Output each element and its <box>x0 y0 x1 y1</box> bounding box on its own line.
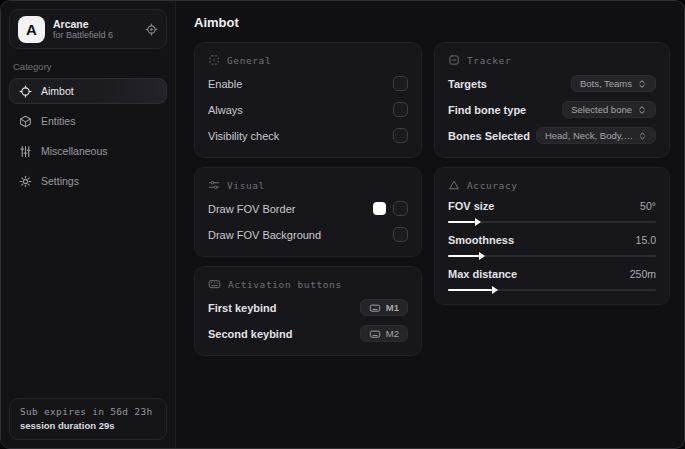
visibility-check-label: Visibility check <box>208 130 279 142</box>
dropdown-value: Bots, Teams <box>580 78 632 89</box>
app-header-card: A Arcane for Battlefield 6 <box>9 9 167 49</box>
fov-size-slider[interactable] <box>448 221 656 223</box>
equalizer-icon <box>19 145 32 158</box>
sidebar-item-entities[interactable]: Entities <box>9 108 167 134</box>
sub-expires-text: Sub expires in 56d 23h <box>20 406 156 417</box>
triangle-icon <box>448 179 460 191</box>
smoothness-label: Smoothness <box>448 234 514 246</box>
draw-fov-background-checkbox[interactable] <box>393 227 408 242</box>
sidebar-item-aimbot[interactable]: Aimbot <box>9 78 167 104</box>
dropdown-value: Selected bone <box>571 104 632 115</box>
visibility-check-checkbox[interactable] <box>393 128 408 143</box>
keybind-value: M2 <box>386 328 399 339</box>
fov-size-label: FOV size <box>448 200 494 212</box>
sliders-icon <box>208 179 220 191</box>
draw-fov-background-label: Draw FOV Background <box>208 229 321 241</box>
smoothness-value: 15.0 <box>636 234 656 246</box>
crosshair-overlay-icon[interactable] <box>145 23 158 36</box>
always-label: Always <box>208 104 243 116</box>
keyboard-icon <box>208 278 221 290</box>
bones-selected-dropdown[interactable]: Head, Neck, Body, Pe.. <box>536 127 656 144</box>
card-title: Accuracy <box>467 180 518 191</box>
sidebar-item-label: Aimbot <box>41 85 74 97</box>
activation-buttons-card: Activation buttons First keybind M1 Seco… <box>194 266 422 356</box>
first-keybind-label: First keybind <box>208 302 276 314</box>
keyboard-icon <box>369 303 381 313</box>
keyboard-icon <box>369 329 381 339</box>
keybind-value: M1 <box>386 302 399 313</box>
dropdown-value: Head, Neck, Body, Pe.. <box>545 130 633 141</box>
sidebar-item-label: Settings <box>41 175 79 187</box>
card-title: Tracker <box>467 55 511 66</box>
unfold-icon <box>637 105 647 115</box>
max-distance-slider-row: Max distance 250m <box>448 268 656 291</box>
max-distance-value: 250m <box>630 268 656 280</box>
entities-icon <box>19 115 32 128</box>
card-title: Activation buttons <box>228 279 342 290</box>
bones-selected-label: Bones Selected <box>448 130 530 142</box>
draw-fov-border-label: Draw FOV Border <box>208 203 295 215</box>
app-subtitle: for Battlefield 6 <box>53 30 137 40</box>
targets-label: Targets <box>448 78 487 90</box>
fov-size-slider-row: FOV size 50° <box>448 200 656 223</box>
subscription-info-card: Sub expires in 56d 23h session duration … <box>9 398 167 440</box>
find-bone-type-label: Find bone type <box>448 104 526 116</box>
accuracy-card: Accuracy FOV size 50° Smoothness <box>434 167 670 305</box>
smoothness-slider-row: Smoothness 15.0 <box>448 234 656 257</box>
enable-checkbox[interactable] <box>393 76 408 91</box>
second-keybind-button[interactable]: M2 <box>360 325 408 342</box>
app-title: Arcane <box>53 18 137 30</box>
fov-size-value: 50° <box>640 200 656 212</box>
card-title: General <box>227 55 271 66</box>
sidebar-item-miscellaneous[interactable]: Miscellaneous <box>9 138 167 164</box>
unfold-icon <box>637 79 647 89</box>
page-title: Aimbot <box>194 15 670 30</box>
minus-square-icon <box>448 54 460 66</box>
category-label: Category <box>13 61 167 72</box>
max-distance-label: Max distance <box>448 268 517 280</box>
sidebar-item-label: Miscellaneous <box>41 145 108 157</box>
crosshair-icon <box>19 85 32 98</box>
max-distance-slider[interactable] <box>448 289 656 291</box>
app-window: A Arcane for Battlefield 6 Category <box>0 0 685 449</box>
card-title: Visual <box>227 180 265 191</box>
second-keybind-label: Second keybind <box>208 328 292 340</box>
main-content: Aimbot General Enable <box>176 1 684 448</box>
targets-dropdown[interactable]: Bots, Teams <box>571 75 656 92</box>
app-logo: A <box>18 16 45 43</box>
general-card: General Enable Always Visibility check <box>194 42 422 158</box>
sidebar-item-settings[interactable]: Settings <box>9 168 167 194</box>
visual-card: Visual Draw FOV Border Draw FOV Backgrou… <box>194 167 422 257</box>
dashed-square-icon <box>208 54 220 66</box>
sidebar: A Arcane for Battlefield 6 Category <box>1 1 176 448</box>
fov-border-color-swatch[interactable] <box>373 202 386 215</box>
app-logo-letter: A <box>26 21 37 38</box>
sidebar-item-label: Entities <box>41 115 75 127</box>
smoothness-slider[interactable] <box>448 255 656 257</box>
draw-fov-border-checkbox[interactable] <box>393 201 408 216</box>
session-duration-text: session duration 29s <box>20 420 156 431</box>
find-bone-type-dropdown[interactable]: Selected bone <box>562 101 656 118</box>
always-checkbox[interactable] <box>393 102 408 117</box>
first-keybind-button[interactable]: M1 <box>360 299 408 316</box>
unfold-icon <box>638 131 647 141</box>
gear-icon <box>19 175 32 188</box>
enable-label: Enable <box>208 78 242 90</box>
tracker-card: Tracker Targets Bots, Teams Find bone ty… <box>434 42 670 158</box>
